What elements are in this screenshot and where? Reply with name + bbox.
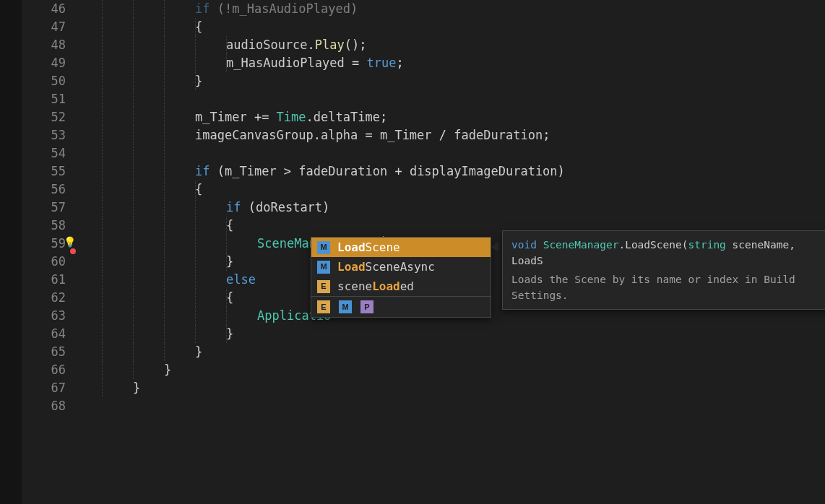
code-token: Play [315,38,345,52]
autocomplete-item[interactable]: EsceneLoaded [311,277,491,296]
code-line[interactable]: } [82,379,825,397]
indent-guide [133,181,134,199]
code-token: } [195,74,202,88]
line-number: 49 [22,54,66,72]
method-icon: M [317,241,330,254]
code-token: > [277,164,299,178]
indent-guide [102,144,103,162]
autocomplete-item[interactable]: MLoadSceneAsync [311,257,491,277]
code-token: ( [210,1,224,16]
code-token: ; [380,110,387,124]
indent-guide [195,253,196,271]
indent-guide [133,126,134,144]
indent-guide [164,217,165,235]
code-line[interactable]: } [82,343,825,361]
code-token: ; [543,128,550,142]
code-token: ) [350,1,358,16]
line-number: 51 [22,90,66,108]
code-line[interactable]: imageCanvasGroup.alpha = m_Timer / fadeD… [82,126,825,144]
indent-guide [102,199,103,217]
code-token: { [226,218,233,233]
code-token: deltaTime [314,110,380,124]
code-token: fadeDuration [298,164,387,178]
indent-guide [102,361,103,379]
line-number: 57 [22,199,66,217]
indent-guide [164,126,165,144]
line-number: 64 [22,325,66,343]
code-token: = [345,56,367,70]
indent-guide [195,289,196,307]
event-icon: E [317,280,330,293]
filter-method-icon[interactable]: M [339,300,352,313]
code-token: { [226,290,233,305]
code-line[interactable]: } [82,361,825,379]
indent-guide [195,199,196,217]
code-line[interactable]: { [82,181,825,199]
autocomplete-popup[interactable]: MLoadSceneMLoadSceneAsyncEsceneLoadedEMP [311,237,491,318]
code-token: ) [322,200,329,214]
code-line[interactable]: { [82,18,825,36]
line-number: 61 [22,271,66,289]
line-number: 59💡 [22,235,66,253]
indent-guide [195,54,196,72]
code-line[interactable]: if (!m_HasAudioPlayed) [82,0,825,18]
code-line[interactable]: } [82,325,825,343]
indent-guide [133,162,134,181]
indent-guide [102,108,103,126]
indent-guide [102,0,103,18]
indent-guide [133,325,134,343]
indent-guide [102,289,103,307]
line-number: 58 [22,217,66,235]
code-line[interactable]: audioSource.Play(); [82,36,825,54]
code-token: fadeDuration [454,128,543,142]
indent-guide [195,271,196,289]
indent-guide [102,379,103,397]
left-margin [0,0,22,504]
line-number: 65 [22,343,66,361]
line-number: 48 [22,36,66,54]
code-line[interactable] [82,397,825,415]
code-token: m_Timer [380,128,432,142]
code-line[interactable] [82,144,825,162]
code-token: m_HasAudioPlayed [232,1,350,16]
code-token: ; [396,56,403,70]
code-line[interactable]: if (doRestart) [82,199,825,217]
code-token: } [164,362,171,377]
indent-guide [195,325,196,343]
indent-guide [164,54,165,72]
code-token: } [133,381,140,395]
indent-guide [133,361,134,379]
indent-guide [102,235,103,253]
filter-prop-icon-icon[interactable]: P [360,300,373,313]
indent-guide [102,72,103,90]
method-icon: M [317,261,330,274]
indent-guide [164,235,165,253]
indent-guide [133,36,134,54]
code-token: imageCanvasGroup [195,128,314,142]
code-line[interactable] [82,90,825,108]
indent-guide [133,271,134,289]
indent-guide [164,199,165,217]
code-token: += [247,110,277,124]
code-token: (); [345,38,367,52]
code-token: . [308,38,315,52]
code-token: / [432,128,454,142]
doc-method: LoadScene [625,239,682,251]
code-line[interactable]: if (m_Timer > fadeDuration + displayImag… [82,162,825,181]
code-token: displayImageDuration [410,164,558,178]
doc-description: Loads the Scene by its name or index in … [511,271,825,303]
filter-event-icon[interactable]: E [317,300,330,313]
code-line[interactable]: m_HasAudioPlayed = true; [82,54,825,72]
indent-guide [195,307,196,325]
autocomplete-item[interactable]: MLoadScene [311,238,491,257]
code-line[interactable]: } [82,72,825,90]
indent-guide [102,271,103,289]
indent-guide [133,289,134,307]
autocomplete-label: LoadScene [337,238,400,256]
code-token: = [358,128,380,142]
doc-param-type: string [688,239,725,251]
line-number: 63 [22,307,66,325]
indent-guide [226,307,227,325]
code-line[interactable]: m_Timer += Time.deltaTime; [82,108,825,126]
line-number: 53 [22,126,66,144]
